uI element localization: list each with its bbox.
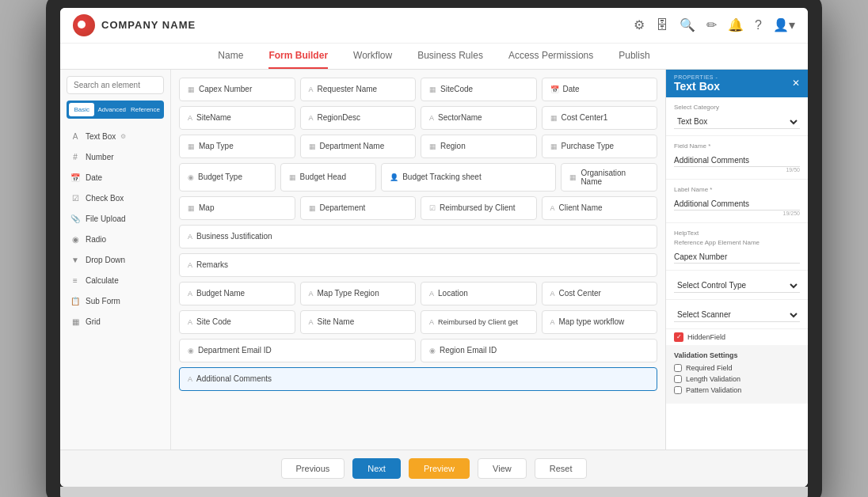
fieldname-input[interactable] [674,154,800,167]
form-row-9: ASite Code ASite Name AReimbursed by Cli… [179,310,657,334]
field-orgname[interactable]: ▦Organisation Name [561,163,657,192]
tab-access-permissions[interactable]: Access Permissions [508,50,593,69]
ref-element-input[interactable] [674,251,800,264]
user-icon[interactable]: 👤▾ [773,17,795,32]
help-icon[interactable]: ? [755,18,762,32]
required-field-label: Required Field [686,364,733,372]
field-sitename2[interactable]: ASite Name [300,310,417,334]
field-region[interactable]: ▦Region [421,135,537,158]
labelname-input[interactable] [674,198,800,211]
field-dept-email[interactable]: ◉Department Email ID [179,339,416,362]
form-area: ▦Capex Number ARequester Name ▦SiteCode … [171,70,665,450]
field-icon: A [550,318,555,326]
form-row-7: ARemarks [179,253,657,277]
field-budgetname[interactable]: ABudget Name [179,282,295,305]
field-label: Additional Comments [196,374,272,383]
field-reimbursedget[interactable]: AReimbursed by Client get [421,310,537,334]
view-button[interactable]: View [478,458,527,479]
field-location[interactable]: ALocation [421,282,537,305]
field-icon: ▦ [569,173,577,181]
notification-icon[interactable]: 🔔 [728,17,744,32]
properties-header: PROPERTIES - Text Box ✕ [666,70,808,97]
field-clientname[interactable]: AClient Name [542,196,658,220]
field-icon: A [550,204,555,212]
close-button[interactable]: ✕ [792,78,800,89]
fieldname-section: Field Name * 19/50 [666,136,808,180]
control-type-select[interactable]: Select Control Type [674,279,800,293]
field-additional-comments[interactable]: AAdditional Comments [179,367,657,391]
reset-button[interactable]: Reset [535,458,588,479]
sidebar-item-label: Check Box [86,194,124,203]
field-costcenter[interactable]: ACost Center [542,282,658,305]
category-select[interactable]: Text Box [674,115,800,129]
ref-element-label: Reference App Element Name [674,239,800,246]
field-remarks[interactable]: ARemarks [179,253,657,277]
field-departmentname[interactable]: ▦Department Name [300,135,417,158]
field-icon: A [429,290,434,298]
sidebar-item-checkbox[interactable]: ☑ Check Box [67,188,164,209]
sidebar-item-label: Sub Form [86,297,120,305]
field-budgettype[interactable]: ◉Budget Type [179,163,276,192]
field-maptype[interactable]: ▦Map Type [179,135,295,158]
tab-publish[interactable]: Publish [619,50,649,69]
tab-name[interactable]: Name [218,50,243,69]
field-maptyperegion[interactable]: AMap Type Region [300,282,417,305]
calculate-icon: ≡ [70,275,81,286]
settings-icon[interactable]: ⚙ [634,17,645,32]
form-grid: ▦Capex Number ARequester Name ▦SiteCode … [179,78,657,391]
previous-button[interactable]: Previous [281,458,345,479]
tab-workflow[interactable]: Workflow [353,50,392,69]
sidebar-tab-reference[interactable]: Reference [129,103,162,116]
field-maptypeworkflow[interactable]: AMap type workflow [542,310,658,334]
sidebar-item-fileupload[interactable]: 📎 File Upload [67,209,164,230]
textbox-icon: A [70,131,81,142]
sidebar-item-grid[interactable]: ▦ Grid [67,312,164,332]
field-date[interactable]: 📅Date [542,78,658,101]
tab-form-builder[interactable]: Form Builder [268,50,328,69]
field-label: Budget Type [198,173,242,181]
field-purchasetype[interactable]: ▦Purchase Type [542,135,658,158]
sidebar-tab-advanced[interactable]: Advanced [96,103,128,116]
field-sitecode[interactable]: ▦SiteCode [421,78,537,101]
field-budgethead[interactable]: ▦Budget Head [280,163,377,192]
search-input[interactable] [67,76,164,94]
field-label: Map Type [199,142,234,150]
sidebar-item-textbox[interactable]: A Text Box ⚙ [67,127,164,147]
sidebar-item-subform[interactable]: 📋 Sub Form [67,291,164,312]
sidebar-tab-group: Basic Advanced Reference [67,101,164,119]
sidebar-item-calculate[interactable]: ≡ Calculate [67,271,164,291]
preview-button[interactable]: Preview [409,458,470,479]
field-sectorname[interactable]: ASectorName [421,106,537,130]
field-label: Budget Tracking sheet [402,173,482,181]
sidebar-item-number[interactable]: # Number [67,147,164,168]
sidebar-item-date[interactable]: 📅 Date [67,168,164,188]
next-button[interactable]: Next [352,458,401,479]
field-business-justification[interactable]: ABusiness Justification [179,225,657,248]
field-reimbursed[interactable]: ☑Reimbursed by Client [421,196,537,220]
field-budgettracking[interactable]: 👤Budget Tracking sheet [381,163,556,192]
fieldname-label: Field Name * [674,142,800,150]
field-region-email[interactable]: ◉Region Email ID [421,339,657,362]
tab-business-rules[interactable]: Business Rules [417,50,483,69]
field-label: Organisation Name [581,169,649,186]
length-validation-checkbox[interactable] [674,375,682,383]
sidebar-item-radio[interactable]: ◉ Radio [67,230,164,250]
field-icon: ◉ [188,347,194,355]
field-requester-name[interactable]: ARequester Name [300,78,417,101]
edit-icon[interactable]: ✏ [706,17,717,32]
field-map[interactable]: ▦Map [179,196,295,220]
field-costcenter1[interactable]: ▦Cost Center1 [542,106,658,130]
field-capex-number[interactable]: ▦Capex Number [179,78,295,101]
hidden-field-checkbox[interactable]: ✓ [674,332,683,342]
field-sitecode2[interactable]: ASite Code [179,310,295,334]
database-icon[interactable]: 🗄 [656,18,668,32]
search-icon[interactable]: 🔍 [680,17,695,32]
field-departement[interactable]: ▦Departement [300,196,417,220]
sidebar-tab-basic[interactable]: Basic [69,103,94,116]
scanner-select[interactable]: Select Scanner [674,308,800,322]
sidebar-item-dropdown[interactable]: ▼ Drop Down [67,250,164,271]
required-field-checkbox[interactable] [674,364,682,372]
pattern-validation-checkbox[interactable] [674,386,682,394]
field-sitename[interactable]: ASiteName [179,106,295,130]
field-regiondesc[interactable]: ARegionDesc [300,106,417,130]
